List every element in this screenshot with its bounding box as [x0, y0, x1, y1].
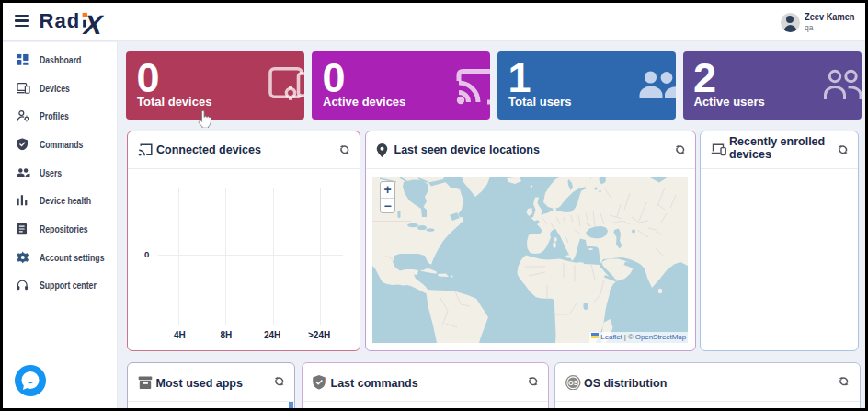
- svg-text:Rad: Rad: [40, 9, 81, 32]
- svg-text:OS: OS: [568, 379, 578, 387]
